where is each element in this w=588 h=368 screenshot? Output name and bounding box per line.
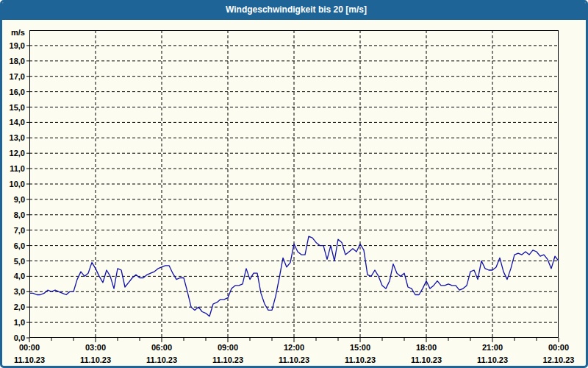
y-tick-label: 5,0 [2, 257, 25, 266]
x-tick-date: 11.10.23 [136, 355, 187, 364]
y-tick-label: 19,0 [2, 41, 25, 51]
y-tick-label: 18,0 [2, 57, 25, 66]
x-tick-time: 06:00 [140, 343, 184, 352]
x-tick-date: 11.10.23 [401, 355, 452, 364]
y-axis-unit-label: m/s [2, 28, 25, 38]
x-tick-date: 11.10.23 [70, 355, 121, 364]
x-tick-date: 11.10.23 [467, 355, 518, 364]
x-tick-date: 12.10.23 [533, 355, 584, 364]
x-tick-time: 15:00 [338, 343, 382, 352]
x-tick-time: 18:00 [404, 343, 448, 352]
x-tick-date: 11.10.23 [268, 355, 320, 364]
y-tick-label: 3,0 [2, 287, 25, 297]
y-tick-label: 14,0 [2, 118, 25, 127]
y-tick-label: 0,0 [2, 333, 25, 343]
x-tick-time: 00:00 [7, 343, 51, 352]
x-tick-date: 11.10.23 [202, 355, 254, 364]
app-window: Windgeschwindigkeit bis 20 [m/s] m/s 0,0… [0, 0, 588, 368]
y-tick-label: 6,0 [2, 241, 25, 251]
y-tick-label: 16,0 [2, 88, 25, 97]
y-tick-label: 11,0 [2, 164, 25, 174]
x-tick-time: 21:00 [470, 343, 514, 352]
y-tick-label: 12,0 [2, 149, 25, 158]
y-tick-label: 15,0 [2, 103, 25, 113]
wind-speed-chart [29, 30, 559, 338]
y-tick-label: 9,0 [2, 195, 25, 205]
y-tick-label: 7,0 [2, 226, 25, 236]
x-tick-date: 11.10.23 [4, 355, 55, 364]
y-tick-label: 17,0 [2, 72, 25, 82]
x-tick-time: 03:00 [74, 343, 118, 352]
y-tick-label: 2,0 [2, 302, 25, 312]
y-tick-label: 8,0 [2, 210, 25, 220]
y-tick-label: 1,0 [2, 318, 25, 328]
x-tick-time: 12:00 [272, 343, 316, 352]
y-tick-label: 4,0 [2, 272, 25, 281]
title-bar: Windgeschwindigkeit bis 20 [m/s] [0, 0, 588, 20]
y-tick-label: 13,0 [2, 133, 25, 143]
chart-title: Windgeschwindigkeit bis 20 [m/s] [226, 4, 367, 15]
x-tick-time: 00:00 [537, 343, 581, 352]
y-tick-label: 10,0 [2, 180, 25, 189]
x-tick-date: 11.10.23 [334, 355, 386, 364]
x-tick-time: 09:00 [206, 343, 250, 352]
